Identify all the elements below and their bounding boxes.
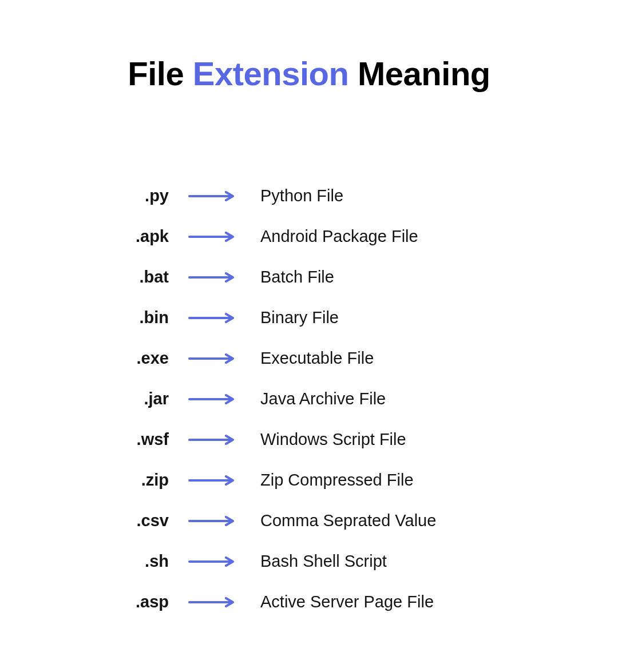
arrow-icon <box>169 435 255 445</box>
arrow-icon <box>169 597 255 607</box>
extension-label: .sh <box>112 552 169 571</box>
arrow-icon <box>169 313 255 323</box>
extension-label: .exe <box>112 349 169 368</box>
page-title: File Extension Meaning <box>0 54 618 93</box>
extension-meaning: Batch File <box>255 268 334 287</box>
arrow-icon <box>169 475 255 486</box>
extension-label: .bat <box>112 268 169 287</box>
list-item: .csv Comma Seprated Value <box>112 500 618 541</box>
extension-label: .bin <box>112 308 169 327</box>
extension-meaning: Windows Script File <box>255 430 406 449</box>
list-item: .asp Active Server Page File <box>112 582 618 622</box>
extension-label: .csv <box>112 511 169 530</box>
title-part1: File <box>128 55 193 92</box>
list-item: .jar Java Archive File <box>112 379 618 419</box>
arrow-icon <box>169 556 255 567</box>
extension-label: .wsf <box>112 430 169 449</box>
list-item: .bin Binary File <box>112 297 618 338</box>
list-item: .apk Android Package File <box>112 216 618 257</box>
list-item: .exe Executable File <box>112 338 618 379</box>
extension-meaning: Java Archive File <box>255 389 386 408</box>
title-part2: Meaning <box>348 55 490 92</box>
list-item: .wsf Windows Script File <box>112 419 618 460</box>
extension-meaning: Comma Seprated Value <box>255 511 436 530</box>
extension-meaning: Python File <box>255 186 343 205</box>
arrow-icon <box>169 191 255 201</box>
extension-meaning: Bash Shell Script <box>255 552 387 571</box>
arrow-icon <box>169 272 255 283</box>
arrow-icon <box>169 394 255 404</box>
extension-meaning: Binary File <box>255 308 339 327</box>
extension-label: .asp <box>112 593 169 611</box>
list-item: .py Python File <box>112 176 618 216</box>
list-item: .zip Zip Compressed File <box>112 460 618 500</box>
title-highlight: Extension <box>193 55 349 92</box>
extension-label: .zip <box>112 471 169 490</box>
arrow-icon <box>169 232 255 242</box>
extension-meaning: Executable File <box>255 349 374 368</box>
list-item: .sh Bash Shell Script <box>112 541 618 582</box>
extension-meaning: Zip Compressed File <box>255 471 414 490</box>
arrow-icon <box>169 516 255 526</box>
extension-label: .apk <box>112 227 169 246</box>
extension-meaning: Android Package File <box>255 227 418 246</box>
extension-label: .py <box>112 186 169 205</box>
extension-meaning: Active Server Page File <box>255 593 434 611</box>
extension-list: .py Python File .apk Android Package Fil… <box>0 176 618 622</box>
list-item: .bat Batch File <box>112 257 618 297</box>
arrow-icon <box>169 353 255 364</box>
extension-label: .jar <box>112 389 169 408</box>
